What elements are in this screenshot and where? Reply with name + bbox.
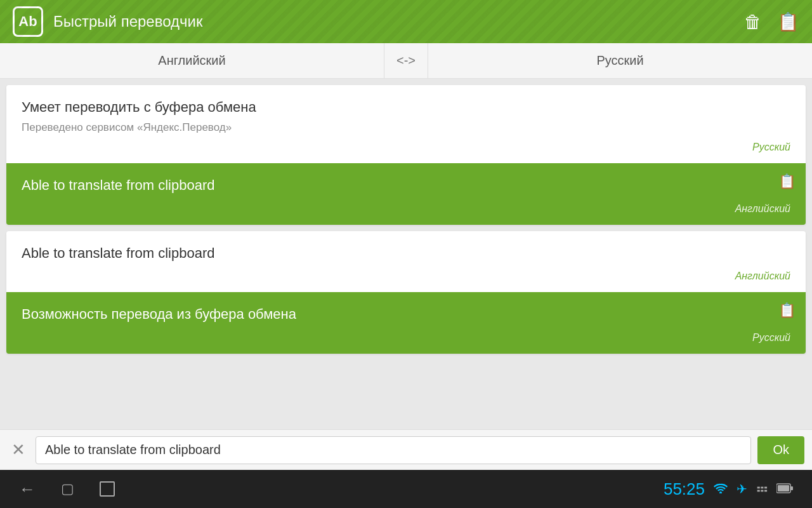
app-title: Быстрый переводчик xyxy=(53,13,202,30)
source-lang-label-1: Русский xyxy=(22,142,790,153)
translation-lang-label-1: Английский xyxy=(22,203,790,215)
swap-icon: <-> xyxy=(396,53,416,68)
target-language-label: Русский xyxy=(596,53,643,68)
status-time: 55:25 xyxy=(664,479,705,499)
copy-icon-1[interactable]: 📋 xyxy=(778,173,796,190)
swap-button[interactable]: <-> xyxy=(384,43,428,78)
wifi-icon xyxy=(714,482,728,497)
source-text-1: Умеет переводить с буфера обмена xyxy=(22,98,790,117)
source-text-2: Able to translate from clipboard xyxy=(22,244,790,264)
recents-button[interactable] xyxy=(100,481,115,497)
translation-lang-label-2: Русский xyxy=(22,332,790,344)
nav-bar: ← ▢ 55:25 ✈ 𝌅 xyxy=(0,470,812,508)
source-language-label: Английский xyxy=(158,53,225,68)
main-content: Умеет переводить с буфера обмена Перевед… xyxy=(0,79,812,429)
translation-pair-2: Able to translate from clipboard Английс… xyxy=(6,231,806,354)
copy-icon-2[interactable]: 📋 xyxy=(778,302,796,319)
search-input[interactable] xyxy=(36,436,751,464)
translation-card-1[interactable]: 📋 Able to translate from clipboard Англи… xyxy=(6,163,806,225)
target-language-button[interactable]: Русский xyxy=(428,43,812,78)
app-bar-actions: 🗑 📋 xyxy=(744,11,799,32)
home-button[interactable]: ▢ xyxy=(61,481,74,497)
translation-card-2[interactable]: 📋 Возможность перевода из буфера обмена … xyxy=(6,292,806,354)
battery-icon xyxy=(776,482,793,497)
bluetooth-icon: 𝌅 xyxy=(756,481,768,497)
app-logo: Ab xyxy=(13,6,43,37)
ok-button[interactable]: Ok xyxy=(757,436,804,464)
source-subtext-1: Переведено сервисом «Яндекс.Перевод» xyxy=(22,121,790,134)
app-bar: Ab Быстрый переводчик 🗑 📋 xyxy=(0,0,812,43)
language-bar: Английский <-> Русский xyxy=(0,43,812,79)
source-card-1[interactable]: Умеет переводить с буфера обмена Перевед… xyxy=(6,85,806,163)
translation-text-1: Able to translate from clipboard xyxy=(22,176,790,196)
source-card-2[interactable]: Able to translate from clipboard Английс… xyxy=(6,231,806,293)
source-language-button[interactable]: Английский xyxy=(0,43,384,78)
app-logo-text: Ab xyxy=(18,13,37,30)
translation-pair-1: Умеет переводить с буфера обмена Перевед… xyxy=(6,85,806,225)
translation-text-2: Возможность перевода из буфера обмена xyxy=(22,305,790,324)
delete-icon[interactable]: 🗑 xyxy=(744,11,762,32)
clipboard-icon[interactable]: 📋 xyxy=(777,11,799,32)
nav-bar-right: 55:25 ✈ 𝌅 xyxy=(664,479,793,499)
app-bar-left: Ab Быстрый переводчик xyxy=(13,6,744,37)
input-bar: ✕ Ok xyxy=(0,429,812,470)
input-close-button[interactable]: ✕ xyxy=(8,436,29,464)
back-button[interactable]: ← xyxy=(19,479,36,499)
airplane-icon: ✈ xyxy=(737,481,747,497)
nav-bar-left: ← ▢ xyxy=(19,479,115,499)
svg-rect-1 xyxy=(790,486,793,490)
source-lang-label-2: Английский xyxy=(22,271,790,282)
svg-rect-2 xyxy=(778,485,789,491)
